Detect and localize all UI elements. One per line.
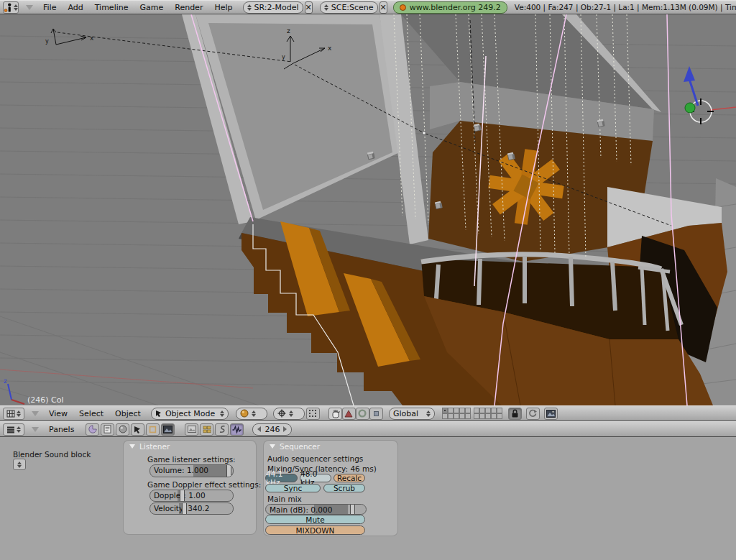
volume-slider[interactable]: Volume: 1.000 [150,464,234,477]
velocity-slider[interactable]: Velocity: 340.2 [150,502,234,515]
header-collapse-arrow[interactable] [26,5,33,10]
layer-button[interactable] [491,408,497,413]
sound-datablock-browse-button[interactable] [13,459,26,470]
pivot-dropdown[interactable] [273,408,305,420]
header-collapse-arrow[interactable] [32,411,39,416]
viewport-3d[interactable]: x y z x y [0,14,736,405]
editor-type-button[interactable] [3,408,24,420]
proportional-edit-button[interactable] [526,408,540,420]
window-type-stepper [14,4,18,11]
layer-button[interactable] [448,408,454,413]
layer-button[interactable] [474,413,479,419]
anim-buttons-button[interactable] [200,423,213,436]
mode-dropdown[interactable]: Object Mode [151,408,229,420]
menu-help[interactable]: Help [208,3,238,12]
editing-context-button[interactable] [146,423,160,436]
sync-button[interactable]: Sync [265,484,321,492]
frame-number-field[interactable]: 246 [252,423,292,436]
editor-stepper [17,410,21,417]
object-context-button[interactable] [131,423,144,436]
scene-context-button[interactable] [161,423,175,436]
shading-context-button[interactable] [116,423,129,436]
layer-button[interactable] [459,413,465,419]
menu-file[interactable]: File [37,3,62,12]
scene-delete-button[interactable]: ✕ [380,1,387,14]
layer-button[interactable] [454,413,459,419]
buttons-workspace: Blender Sound block Listener Game listen… [0,437,736,560]
rate-48khz-button[interactable]: 48.0 kHz [300,474,331,482]
listener-panel-header[interactable]: Listener [124,441,256,452]
layer-button[interactable] [442,413,448,419]
x-axis-handle[interactable] [710,107,736,110]
mute-button[interactable]: Mute [265,515,365,524]
render-preview-button[interactable] [544,408,558,420]
frame-next-icon[interactable] [283,426,287,432]
menu-object[interactable]: Object [109,409,147,418]
doppler-slider[interactable]: Doppler: 1.00 [150,490,234,502]
menu-render[interactable]: Render [169,3,208,12]
circular-arrow-icon [528,409,537,418]
layer-button[interactable] [485,408,491,413]
version-button[interactable]: www.blender.org 249.2 [393,1,507,14]
layer-button[interactable] [454,408,459,413]
rotate-manipulator-button[interactable] [356,408,369,420]
snap-button[interactable] [306,408,320,420]
script-context-button[interactable] [101,423,114,436]
scrub-button[interactable]: Scrub [323,484,365,492]
layer-button[interactable] [497,413,502,419]
sound-block-buttons-button[interactable] [230,423,244,436]
layer-button[interactable] [479,413,485,419]
header-collapse-arrow[interactable] [32,427,39,432]
sound-block-label: Blender Sound block [13,450,91,459]
s-curve-icon [218,425,226,433]
panels-menu[interactable]: Panels [43,425,80,434]
logic-context-button[interactable] [86,423,99,436]
sequencer-panel: Sequencer Audio sequencer settings Mixin… [264,441,397,536]
orientation-dropdown[interactable]: Global [389,408,435,420]
frame-prev-icon[interactable] [257,426,261,432]
transform-widget[interactable] [684,66,736,124]
script-icon [104,425,111,433]
layer-button[interactable] [479,408,485,413]
layer-button[interactable] [448,413,454,419]
menu-view[interactable]: View [43,409,73,418]
rate-44khz-button[interactable]: 44.1 kHz [265,474,298,482]
sequencer-panel-header[interactable]: Sequencer [264,441,397,452]
frame-number: 246 [264,425,280,434]
menu-add[interactable]: Add [62,3,88,12]
layer-button[interactable] [465,408,471,413]
layer-button[interactable] [459,408,465,413]
pivot-stepper [289,410,293,417]
layer-button[interactable] [497,408,502,413]
top-header: File Add Timeline Game Render Help SR:2-… [0,0,736,14]
main-db-slider[interactable]: Main (dB): 0.000 [265,504,367,515]
scale-manipulator-button[interactable] [369,408,383,420]
menu-select[interactable]: Select [73,409,109,418]
scene-selector[interactable]: SCE:Scene [320,1,378,14]
z-axis-handle[interactable] [689,79,698,106]
translate-manipulator-button[interactable] [342,408,356,420]
y-axis-handle[interactable] [685,103,695,113]
menu-timeline[interactable]: Timeline [89,3,134,12]
lock-layers-button[interactable] [508,408,522,420]
layer-button[interactable] [442,408,448,413]
layer-button[interactable] [465,413,471,419]
menu-game[interactable]: Game [134,3,170,12]
mixdown-button[interactable]: MIXDOWN [265,525,365,535]
render-buttons-button[interactable] [185,423,198,436]
screen-delete-button[interactable]: ✕ [305,1,313,14]
layer-button[interactable] [491,413,497,419]
draw-type-stepper [252,410,256,417]
panel-collapse-icon [129,444,135,449]
app-menu-button[interactable] [3,1,19,14]
layer-button[interactable] [485,413,491,419]
layer-button[interactable] [474,408,479,413]
version-label: www.blender.org 249.2 [410,3,501,12]
draw-type-dropdown[interactable] [236,408,267,420]
editor-type-button[interactable] [3,423,24,436]
manipulator-toggle-button[interactable] [328,408,342,420]
screen-selector[interactable]: SR:2-Model [243,1,303,14]
recalc-button[interactable]: Recalc [334,474,365,482]
scene-browse-icon [324,4,328,11]
sound-buttons-button[interactable] [215,423,229,436]
